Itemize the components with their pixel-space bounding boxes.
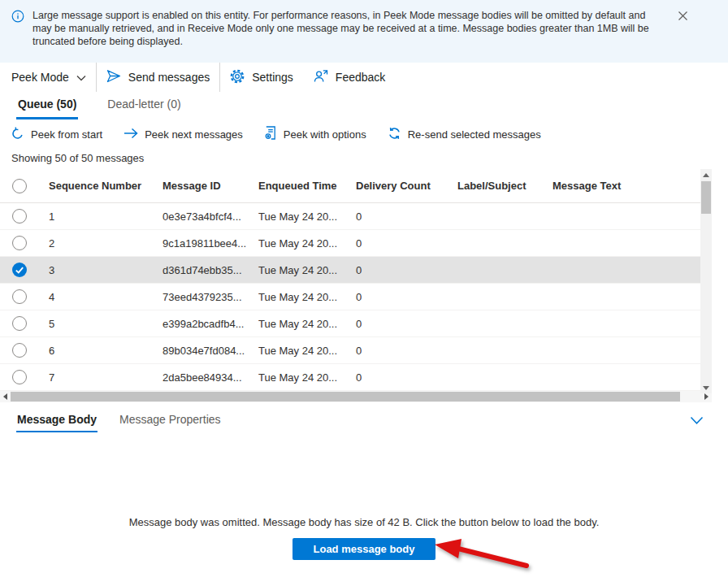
command-bar: Peek from start Peek next messages Peek … bbox=[0, 121, 728, 147]
toolbar: Peek Mode Send messages Settings bbox=[0, 63, 728, 92]
row-radio-checked-icon[interactable] bbox=[12, 263, 27, 277]
table-row[interactable]: 2 9c1a19811bee4... Tue May 24 20... 0 bbox=[0, 230, 712, 257]
peek-with-options-label: Peek with options bbox=[284, 128, 366, 141]
cell-enqueued-time: Tue May 24 20... bbox=[249, 371, 346, 384]
row-radio[interactable] bbox=[12, 370, 27, 384]
settings-label: Settings bbox=[252, 71, 293, 84]
cell-sequence-number: 6 bbox=[39, 345, 153, 357]
info-icon bbox=[11, 10, 24, 25]
cell-enqueued-time: Tue May 24 20... bbox=[249, 345, 346, 357]
table-row[interactable]: 1 0e3e73a4bfcf4... Tue May 24 20... 0 bbox=[0, 203, 712, 230]
message-body-panel: Message body was omitted. Message body h… bbox=[0, 516, 728, 586]
cell-delivery-count: 0 bbox=[346, 371, 448, 384]
scroll-left-arrow-icon[interactable] bbox=[0, 393, 10, 400]
cell-sequence-number: 3 bbox=[39, 264, 153, 276]
row-radio[interactable] bbox=[12, 316, 27, 331]
row-radio[interactable] bbox=[12, 289, 27, 304]
feedback-label: Feedback bbox=[336, 71, 385, 84]
cell-message-id: 0e3e73a4bfcf4... bbox=[153, 211, 249, 223]
collapse-chevron-icon[interactable] bbox=[690, 415, 704, 428]
tab-message-properties[interactable]: Message Properties bbox=[119, 409, 222, 431]
col-enqueued-time[interactable]: Enqueued Time bbox=[249, 180, 346, 192]
arrow-right-icon bbox=[124, 128, 138, 141]
col-sequence-number[interactable]: Sequence Number bbox=[39, 180, 153, 192]
send-icon bbox=[106, 69, 121, 85]
table-row-selected[interactable]: 3 d361d74ebb35... Tue May 24 20... 0 bbox=[0, 257, 712, 284]
cell-delivery-count: 0 bbox=[346, 264, 448, 276]
cell-message-id: d361d74ebb35... bbox=[153, 264, 249, 276]
cell-delivery-count: 0 bbox=[346, 237, 448, 250]
body-omitted-notice: Message body was omitted. Message body h… bbox=[0, 516, 728, 528]
chevron-down-icon bbox=[76, 71, 86, 84]
tab-message-body[interactable]: Message Body bbox=[16, 409, 98, 432]
table-row[interactable]: 5 e399a2bcadfb4... Tue May 24 20... 0 bbox=[0, 310, 712, 337]
peek-next-messages-button[interactable]: Peek next messages bbox=[124, 128, 243, 141]
scroll-right-arrow-icon[interactable] bbox=[701, 393, 711, 400]
resend-selected-messages-label: Re-send selected messages bbox=[408, 128, 541, 141]
horizontal-scrollbar-thumb[interactable] bbox=[11, 392, 680, 402]
cell-message-id: e399a2bcadfb4... bbox=[153, 318, 249, 330]
cell-delivery-count: 0 bbox=[346, 318, 448, 330]
cell-delivery-count: 0 bbox=[346, 211, 448, 223]
row-radio[interactable] bbox=[12, 209, 27, 224]
entity-tabs: Queue (50) Dead-letter (0) bbox=[0, 92, 728, 121]
cell-sequence-number: 7 bbox=[39, 371, 153, 384]
cell-message-id: 73eed4379235... bbox=[153, 291, 249, 303]
gear-icon bbox=[230, 69, 245, 86]
table-row[interactable]: 6 89b034e7fd084... Tue May 24 20... 0 bbox=[0, 337, 712, 364]
select-all-radio[interactable] bbox=[12, 179, 27, 193]
table-row[interactable]: 7 2da5bee84934... Tue May 24 20... 0 bbox=[0, 364, 712, 391]
col-message-text[interactable]: Message Text bbox=[543, 180, 712, 192]
horizontal-scrollbar[interactable] bbox=[0, 391, 712, 402]
cell-sequence-number: 5 bbox=[39, 318, 153, 330]
col-label-subject[interactable]: Label/Subject bbox=[448, 180, 543, 192]
cell-message-id: 2da5bee84934... bbox=[153, 371, 249, 384]
detail-tabs: Message Body Message Properties bbox=[0, 409, 728, 435]
tab-dead-letter[interactable]: Dead-letter (0) bbox=[106, 92, 182, 117]
table-header: Sequence Number Message ID Enqueued Time… bbox=[0, 169, 712, 203]
peek-from-start-label: Peek from start bbox=[31, 128, 102, 141]
cell-delivery-count: 0 bbox=[346, 291, 448, 303]
cell-sequence-number: 4 bbox=[39, 291, 153, 303]
col-message-id[interactable]: Message ID bbox=[153, 180, 249, 192]
cell-sequence-number: 1 bbox=[39, 211, 153, 223]
feedback-button[interactable]: Feedback bbox=[303, 63, 395, 92]
settings-button[interactable]: Settings bbox=[220, 63, 303, 92]
messages-table: Sequence Number Message ID Enqueued Time… bbox=[0, 169, 728, 402]
cell-enqueued-time: Tue May 24 20... bbox=[249, 211, 346, 223]
annotation-arrow bbox=[434, 535, 530, 574]
close-icon[interactable] bbox=[678, 11, 688, 24]
col-delivery-count[interactable]: Delivery Count bbox=[346, 180, 448, 192]
resend-selected-messages-button[interactable]: Re-send selected messages bbox=[388, 127, 541, 142]
banner-message: Large message support is enabled on this… bbox=[32, 9, 666, 48]
cell-message-id: 9c1a19811bee4... bbox=[153, 237, 249, 250]
info-banner: Large message support is enabled on this… bbox=[0, 0, 728, 63]
cell-sequence-number: 2 bbox=[39, 237, 153, 250]
peek-from-start-icon bbox=[11, 127, 24, 142]
cell-enqueued-time: Tue May 24 20... bbox=[249, 318, 346, 330]
tab-queue[interactable]: Queue (50) bbox=[16, 92, 78, 119]
cell-enqueued-time: Tue May 24 20... bbox=[249, 237, 346, 250]
scroll-down-arrow-icon[interactable] bbox=[700, 382, 712, 393]
peek-from-start-button[interactable]: Peek from start bbox=[11, 127, 102, 142]
load-message-body-button[interactable]: Load message body bbox=[292, 538, 436, 560]
send-messages-label: Send messages bbox=[128, 71, 210, 84]
peek-with-options-button[interactable]: Peek with options bbox=[264, 126, 366, 142]
row-radio[interactable] bbox=[12, 236, 27, 250]
cell-message-id: 89b034e7fd084... bbox=[153, 345, 249, 357]
cell-enqueued-time: Tue May 24 20... bbox=[249, 264, 346, 276]
status-text: Showing 50 of 50 messages bbox=[0, 147, 728, 169]
cell-delivery-count: 0 bbox=[346, 345, 448, 357]
refresh-icon bbox=[388, 127, 401, 142]
vertical-scrollbar-thumb[interactable] bbox=[701, 181, 711, 214]
row-radio[interactable] bbox=[12, 343, 27, 358]
peek-mode-dropdown[interactable]: Peek Mode bbox=[0, 63, 96, 92]
table-row[interactable]: 4 73eed4379235... Tue May 24 20... 0 bbox=[0, 284, 712, 310]
feedback-icon bbox=[313, 69, 328, 85]
scroll-up-arrow-icon[interactable] bbox=[700, 169, 712, 180]
document-gear-icon bbox=[264, 126, 277, 142]
send-messages-button[interactable]: Send messages bbox=[97, 63, 219, 92]
cell-enqueued-time: Tue May 24 20... bbox=[249, 291, 346, 303]
vertical-scrollbar[interactable] bbox=[700, 169, 712, 393]
peek-next-messages-label: Peek next messages bbox=[145, 128, 243, 141]
